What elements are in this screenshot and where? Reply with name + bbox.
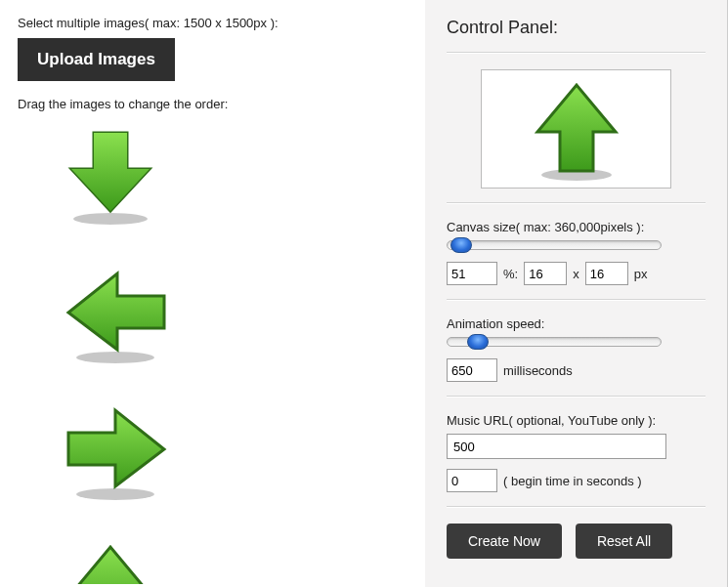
control-panel: Control Panel: Canvas size( max: 360,000… xyxy=(425,0,728,587)
image-thumbnail[interactable] xyxy=(57,262,174,369)
x-separator: x xyxy=(573,267,579,281)
slider-thumb[interactable] xyxy=(450,237,472,253)
begin-time-input[interactable] xyxy=(447,469,497,492)
svg-point-2 xyxy=(76,488,154,500)
svg-point-1 xyxy=(76,352,154,363)
drag-order-label: Drag the images to change the order: xyxy=(18,97,407,111)
create-now-button[interactable]: Create Now xyxy=(447,524,562,559)
milliseconds-label: milliseconds xyxy=(503,363,573,378)
arrow-left-icon xyxy=(57,262,174,369)
divider xyxy=(447,52,706,54)
control-panel-title: Control Panel: xyxy=(447,18,706,38)
upload-images-button[interactable]: Upload Images xyxy=(18,38,175,81)
animation-speed-input[interactable] xyxy=(447,358,497,382)
animation-speed-label: Animation speed: xyxy=(447,316,706,331)
select-images-label: Select multiple images( max: 1500 x 1500… xyxy=(18,16,407,30)
divider xyxy=(447,506,706,508)
slider-thumb[interactable] xyxy=(467,334,489,350)
animation-speed-row: milliseconds xyxy=(447,358,706,382)
music-url-input[interactable] xyxy=(447,434,666,459)
divider xyxy=(447,396,706,398)
divider xyxy=(447,299,706,301)
arrow-right-icon xyxy=(57,398,174,506)
arrow-up-icon xyxy=(523,75,630,183)
px-label: px xyxy=(634,267,648,281)
arrow-down-icon xyxy=(57,125,164,228)
image-thumbnail[interactable] xyxy=(57,398,174,506)
canvas-percent-input[interactable] xyxy=(447,262,497,285)
preview-box xyxy=(481,69,671,189)
svg-point-0 xyxy=(73,213,148,225)
arrow-up-icon xyxy=(57,535,164,584)
image-thumbnail[interactable] xyxy=(57,125,174,232)
begin-time-row: ( begin time in seconds ) xyxy=(447,469,706,492)
animation-speed-slider[interactable] xyxy=(447,337,662,347)
percent-label: %: xyxy=(503,267,518,281)
canvas-height-input[interactable] xyxy=(585,262,628,285)
canvas-size-slider[interactable] xyxy=(447,240,662,250)
music-url-label: Music URL( optional, YouTube only ): xyxy=(447,413,706,428)
divider xyxy=(447,202,706,204)
begin-time-label: ( begin time in seconds ) xyxy=(503,474,642,488)
reset-all-button[interactable]: Reset All xyxy=(576,524,672,559)
canvas-width-input[interactable] xyxy=(524,262,567,285)
image-thumbnail[interactable] xyxy=(57,535,174,584)
canvas-size-row: %: x px xyxy=(447,262,706,285)
canvas-size-label: Canvas size( max: 360,000pixels ): xyxy=(447,220,706,234)
left-pane: Select multiple images( max: 1500 x 1500… xyxy=(0,0,425,587)
